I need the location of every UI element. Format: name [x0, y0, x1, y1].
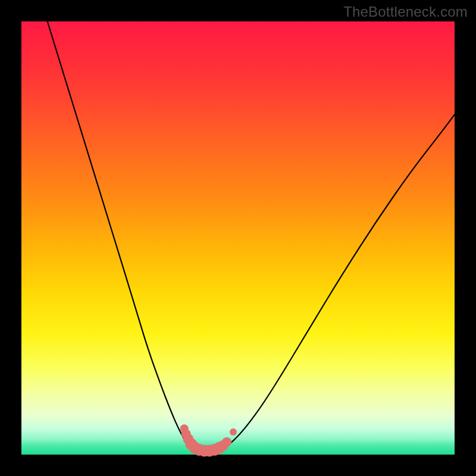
valley-marker	[222, 437, 231, 447]
valley-marker	[230, 428, 237, 436]
watermark-text: TheBottleneck.com	[343, 4, 468, 20]
plot-area	[21, 21, 455, 455]
chart-svg	[21, 21, 455, 455]
chart-frame: TheBottleneck.com	[0, 0, 476, 476]
valley-markers	[180, 424, 237, 456]
bottleneck-curve	[48, 21, 455, 452]
